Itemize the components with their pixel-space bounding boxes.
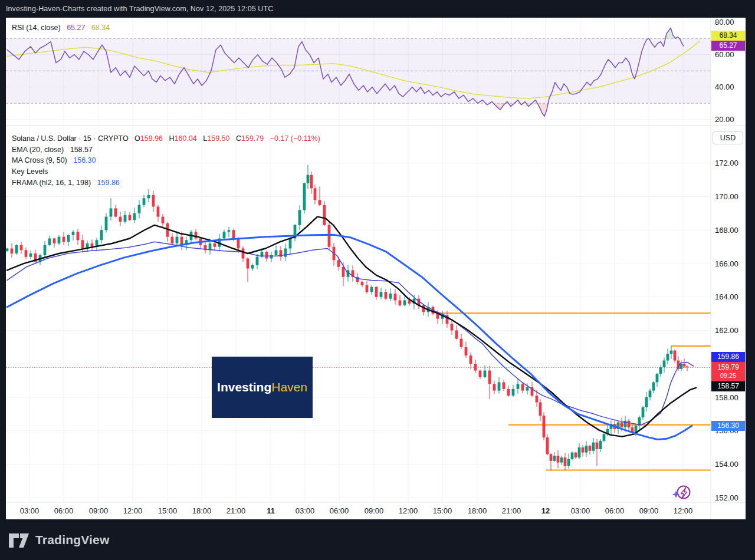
symbol-name[interactable]: Solana / U.S. Dollar bbox=[12, 134, 77, 143]
currency-button[interactable]: USD bbox=[713, 131, 743, 144]
candle-body bbox=[517, 384, 520, 389]
candle-body bbox=[100, 230, 103, 240]
right-frame-strip bbox=[746, 18, 755, 519]
time-axis-label: 03:00 bbox=[296, 506, 315, 515]
candle-body bbox=[53, 238, 56, 243]
rsi-ma-price-tag: 68.34 bbox=[711, 31, 745, 41]
bar-countdown: 09:25 bbox=[711, 371, 745, 380]
symbol-row[interactable]: Solana / U.S. Dollar · 15 · CRYPTO O159.… bbox=[12, 133, 320, 144]
candle-body bbox=[564, 457, 567, 466]
candle-body bbox=[242, 249, 245, 259]
rsi-price-tag: 65.27 bbox=[711, 41, 745, 51]
time-axis-label: 15:00 bbox=[158, 506, 178, 515]
time-axis-label: 03:00 bbox=[571, 506, 590, 515]
time-axis-label: 09:00 bbox=[639, 506, 659, 515]
time-axis-label: 15:00 bbox=[433, 506, 452, 515]
candle-body bbox=[256, 257, 259, 265]
candle-body bbox=[114, 208, 117, 216]
candle-body bbox=[455, 331, 458, 339]
time-axis-label: 21:00 bbox=[226, 506, 246, 515]
price-scale-label: 162.00 bbox=[715, 326, 738, 335]
candle-body bbox=[521, 384, 524, 390]
rsi-scale-label: 40.00 bbox=[715, 83, 734, 91]
time-axis-label: 12:00 bbox=[399, 506, 418, 515]
frama-price-tag: 159.86 bbox=[711, 352, 745, 362]
candle-body bbox=[275, 250, 278, 255]
price-scale-label: 154.00 bbox=[715, 460, 738, 469]
candle-body bbox=[389, 294, 392, 299]
candle-body bbox=[498, 382, 501, 390]
candle-body bbox=[621, 423, 623, 428]
interval[interactable]: 15 bbox=[83, 134, 91, 143]
candle-body bbox=[585, 446, 588, 452]
tradingview-logo-icon[interactable] bbox=[8, 532, 29, 548]
rsi-value: 65.27 bbox=[67, 24, 85, 32]
time-axis-label: 06:00 bbox=[330, 506, 349, 515]
candle-body bbox=[81, 240, 84, 248]
rsi-ma-value: 68.34 bbox=[91, 24, 110, 32]
time-axis-label: 18:00 bbox=[192, 506, 212, 515]
tradingview-chart-widget: Investing-Haven-Charts created with Trad… bbox=[0, 0, 755, 560]
candle-body bbox=[162, 217, 165, 223]
candle-body bbox=[6, 249, 9, 251]
candle-body bbox=[394, 294, 397, 300]
candle-body bbox=[451, 324, 454, 330]
candle-body bbox=[571, 453, 574, 459]
candle-body bbox=[157, 207, 160, 217]
candle-body bbox=[680, 364, 683, 369]
candle-body bbox=[484, 371, 487, 377]
ema-price-tag: 158.57 bbox=[711, 381, 745, 391]
candle-body bbox=[663, 361, 666, 367]
candle-body bbox=[366, 285, 369, 292]
chart-canvas[interactable]: 80.0060.0040.0020.00172.00170.00168.0016… bbox=[0, 18, 755, 519]
high-value: 160.04 bbox=[175, 134, 197, 143]
candle-body bbox=[659, 367, 662, 374]
main-legend: Solana / U.S. Dollar · 15 · CRYPTO O159.… bbox=[12, 133, 320, 188]
tradingview-brand-text[interactable]: TradingView bbox=[35, 533, 110, 547]
candle-body bbox=[596, 443, 599, 449]
candle-body bbox=[399, 300, 402, 305]
price-scale-label: 168.00 bbox=[715, 226, 738, 235]
candle-body bbox=[479, 371, 482, 377]
candle-body bbox=[670, 351, 673, 354]
candle-body bbox=[133, 213, 136, 220]
candle-body bbox=[265, 252, 268, 258]
change-value: −0.17 (−0.11%) bbox=[270, 134, 320, 143]
candle-body bbox=[298, 210, 301, 225]
candle-body bbox=[507, 389, 510, 396]
candle-body bbox=[553, 456, 556, 461]
price-scale-label: 172.00 bbox=[715, 159, 738, 167]
investinghaven-watermark: InvestingHaven bbox=[212, 357, 313, 418]
candle-body bbox=[370, 287, 373, 292]
time-axis-label: 12:00 bbox=[674, 506, 693, 515]
candle-body bbox=[603, 434, 606, 440]
candle-body bbox=[237, 238, 240, 248]
time-axis-label: 03:00 bbox=[20, 506, 40, 515]
rsi-legend-title: RSI (14, close) bbox=[12, 24, 61, 32]
candle-body bbox=[649, 391, 652, 397]
indicator-row-ema[interactable]: EMA (20, close) 158.57 bbox=[12, 144, 320, 156]
candle-body bbox=[328, 225, 331, 247]
candle-body bbox=[44, 245, 47, 255]
candle-body bbox=[543, 416, 546, 437]
indicator-row-frama[interactable]: FRAMA (hl2, 16, 1, 198) 159.86 bbox=[12, 177, 320, 189]
open-value: 159.96 bbox=[140, 134, 163, 143]
candle-body bbox=[539, 403, 542, 416]
candle-body bbox=[63, 237, 65, 242]
time-axis-label: 12:00 bbox=[123, 506, 143, 515]
indicator-row-keylevels[interactable]: Key Levels bbox=[12, 166, 320, 177]
candle-body bbox=[575, 453, 577, 458]
candle-body bbox=[251, 265, 254, 269]
left-frame-strip bbox=[0, 18, 6, 519]
candle-body bbox=[642, 407, 645, 417]
market: CRYPTO bbox=[98, 134, 129, 143]
candle-body bbox=[674, 351, 677, 361]
candle-body bbox=[560, 457, 563, 463]
candle-body bbox=[91, 243, 94, 247]
rsi-legend[interactable]: RSI (14, close) 65.27 68.34 bbox=[12, 24, 110, 32]
candle-body bbox=[488, 371, 491, 384]
candle-body bbox=[232, 230, 235, 238]
indicator-row-macross[interactable]: MA Cross (9, 50) 156.30 bbox=[12, 155, 320, 166]
time-axis-label: 09:00 bbox=[89, 506, 109, 515]
candle-body bbox=[105, 217, 108, 230]
